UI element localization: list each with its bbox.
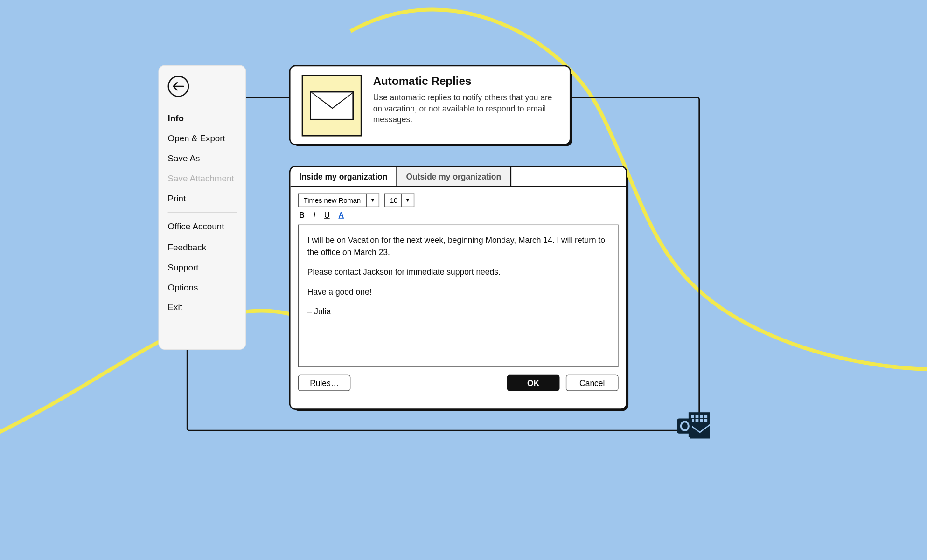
body-line: Have a good one! (307, 285, 609, 297)
svg-rect-2 (696, 415, 699, 418)
underline-button[interactable]: U (324, 211, 330, 220)
format-toolbar: B I U A (291, 211, 626, 225)
font-color-button[interactable]: A (338, 211, 344, 220)
tab-inside-org[interactable]: Inside my organization (291, 167, 397, 186)
sidebar-item-exit[interactable]: Exit (168, 297, 237, 317)
sidebar-item-save-attachment: Save Attachment (168, 168, 237, 188)
svg-rect-8 (704, 419, 707, 422)
arrow-left-icon (173, 82, 184, 91)
tab-bar: Inside my organization Outside my organi… (291, 167, 626, 187)
chevron-down-icon[interactable]: ▼ (367, 194, 379, 207)
bold-button[interactable]: B (299, 211, 305, 220)
italic-button[interactable]: I (314, 211, 315, 220)
body-line: Please contact Jackson for immediate sup… (307, 266, 609, 278)
outlook-icon (677, 410, 712, 445)
sidebar-item-save-as[interactable]: Save As (168, 148, 237, 168)
body-line: – Julia (307, 305, 609, 318)
sidebar-item-options[interactable]: Options (168, 277, 237, 297)
sidebar-item-feedback[interactable]: Feedback (168, 237, 237, 257)
card-description: Use automatic replies to notify others t… (373, 92, 555, 125)
font-family-select[interactable]: Times new Roman ▼ (298, 194, 379, 207)
cancel-button[interactable]: Cancel (566, 375, 619, 391)
font-family-value: Times new Roman (298, 194, 367, 207)
font-size-select[interactable]: 10 ▼ (384, 194, 414, 207)
chevron-down-icon[interactable]: ▼ (402, 194, 414, 207)
sidebar-item-support[interactable]: Support (168, 257, 237, 277)
automatic-replies-card: Automatic Replies Use automatic replies … (289, 65, 571, 145)
body-line: I will be on Vacation for the next week,… (307, 234, 609, 258)
sidebar-item-info[interactable]: Info (168, 108, 237, 128)
back-button[interactable] (168, 76, 189, 97)
sidebar-divider (168, 212, 237, 213)
envelope-icon (310, 91, 354, 120)
reply-body-editor[interactable]: I will be on Vacation for the next week,… (298, 225, 619, 367)
svg-rect-4 (704, 415, 707, 418)
dialog-buttons: Rules… OK Cancel (291, 367, 626, 399)
ok-button[interactable]: OK (507, 375, 560, 391)
sidebar-item-print[interactable]: Print (168, 188, 237, 208)
svg-rect-6 (696, 419, 699, 422)
reply-editor-window: Inside my organization Outside my organi… (289, 166, 627, 410)
envelope-tile (302, 75, 362, 136)
font-size-value: 10 (384, 194, 402, 207)
svg-rect-1 (691, 415, 694, 418)
tab-outside-org[interactable]: Outside my organization (397, 167, 511, 186)
svg-rect-3 (700, 415, 703, 418)
sidebar-item-open-export[interactable]: Open & Export (168, 128, 237, 148)
file-menu-sidebar: Info Open & Export Save As Save Attachme… (158, 65, 246, 350)
svg-rect-7 (700, 419, 703, 422)
rules-button[interactable]: Rules… (298, 375, 351, 391)
sidebar-item-office-account[interactable]: Office Account (168, 216, 237, 237)
card-title: Automatic Replies (373, 75, 555, 88)
font-toolbar: Times new Roman ▼ 10 ▼ (291, 187, 626, 211)
